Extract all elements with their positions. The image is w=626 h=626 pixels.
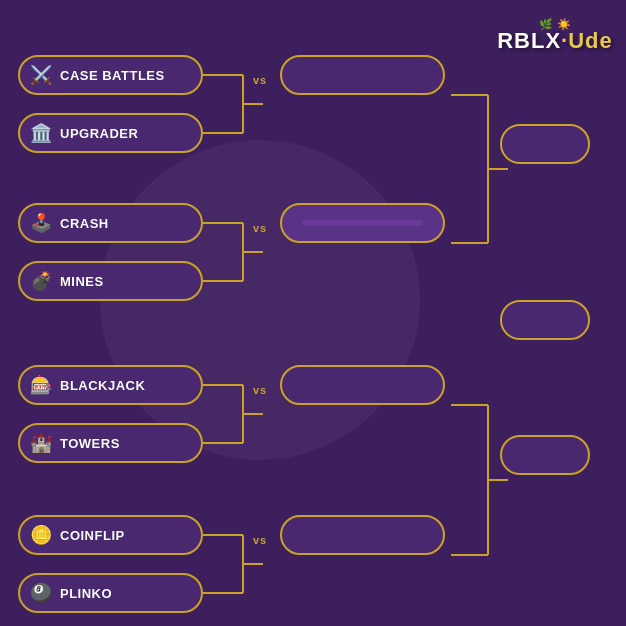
r2-result-1 [280, 55, 445, 95]
seed-plinko[interactable]: 🎱 PLINKO [18, 573, 203, 613]
seed-towers[interactable]: 🏰 TOWERS [18, 423, 203, 463]
seed-blackjack[interactable]: 🎰 BLACKJACK [18, 365, 203, 405]
vs-label-2: vs [253, 222, 267, 234]
mines-icon: 💣 [30, 270, 52, 292]
vs-label-4: vs [253, 534, 267, 546]
r2-result-4 [280, 515, 445, 555]
coinflip-label: COINFLIP [60, 528, 125, 543]
logo: 🌿 ☀️ RBLX·Ude [500, 10, 610, 60]
towers-icon: 🏰 [30, 432, 52, 454]
r2-result-2 [280, 203, 445, 243]
r3-result-3 [500, 435, 590, 475]
case-battles-label: CASE BATTLES [60, 68, 165, 83]
seed-coinflip[interactable]: 🪙 COINFLIP [18, 515, 203, 555]
towers-label: TOWERS [60, 436, 120, 451]
crash-label: CRASH [60, 216, 109, 231]
upgrader-icon: 🏛️ [30, 122, 52, 144]
plinko-label: PLINKO [60, 586, 112, 601]
vs-label-3: vs [253, 384, 267, 396]
r3-result-2 [500, 300, 590, 340]
upgrader-label: UPGRADER [60, 126, 138, 141]
seed-mines[interactable]: 💣 MINES [18, 261, 203, 301]
case-battles-icon: ⚔️ [30, 64, 52, 86]
blackjack-icon: 🎰 [30, 374, 52, 396]
r3-result-1 [500, 124, 590, 164]
crash-icon: 🕹️ [30, 212, 52, 234]
seed-crash[interactable]: 🕹️ CRASH [18, 203, 203, 243]
vs-label-1: vs [253, 74, 267, 86]
r2-result-3 [280, 365, 445, 405]
mines-label: MINES [60, 274, 104, 289]
coinflip-icon: 🪙 [30, 524, 52, 546]
seed-upgrader[interactable]: 🏛️ UPGRADER [18, 113, 203, 153]
plinko-icon: 🎱 [30, 582, 52, 604]
seed-case-battles[interactable]: ⚔️ CASE BATTLES [18, 55, 203, 95]
blackjack-label: BLACKJACK [60, 378, 145, 393]
